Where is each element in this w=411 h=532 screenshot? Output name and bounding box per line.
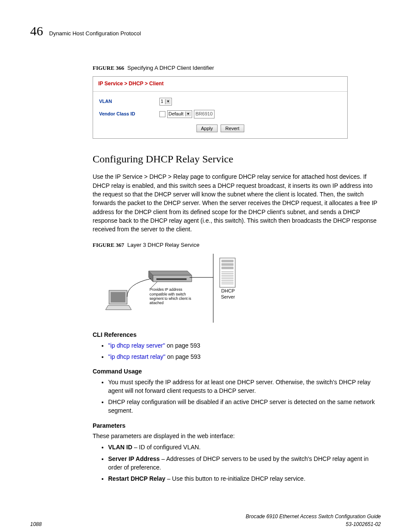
list-item: Server IP Address – Addresses of DHCP se…	[108, 454, 381, 472]
page-footer: 1088 Brocade 6910 Ethernet Access Switch…	[30, 513, 381, 528]
server-label: DHCP Server	[221, 288, 235, 299]
command-usage-heading: Command Usage	[93, 367, 381, 376]
cli-references-heading: CLI References	[93, 330, 381, 339]
svg-rect-8	[220, 258, 235, 287]
figure-366-caption: FIGURE 366 Specifying A DHCP Client Iden…	[93, 64, 381, 72]
list-item: You must specify the IP address for at l…	[108, 378, 381, 395]
parameters-heading: Parameters	[93, 421, 381, 430]
revert-button[interactable]: Revert	[221, 124, 244, 132]
svg-marker-7	[106, 305, 131, 310]
svg-rect-9	[221, 260, 234, 262]
figure-label: FIGURE 367	[93, 242, 124, 248]
svg-rect-4	[156, 278, 187, 280]
apply-button[interactable]: Apply	[196, 124, 218, 132]
vendor-type-dropdown[interactable]: Default ▼	[167, 110, 192, 118]
chapter-title: Dynamic Host Configuration Protocol	[49, 30, 141, 38]
figure-label: FIGURE 366	[93, 65, 124, 71]
vendor-text-input[interactable]: BR6910	[194, 110, 215, 118]
vendor-class-label: Vendor Class ID	[99, 111, 159, 118]
figure-caption-text: Specifying A DHCP Client Identifier	[128, 65, 214, 71]
cli-link[interactable]: "ip dhcp relay server"	[108, 342, 165, 349]
list-item: VLAN ID – ID of configured VLAN.	[108, 443, 381, 451]
diagram-annotation: Provides IP address compatible with swit…	[149, 287, 195, 305]
svg-rect-11	[221, 267, 234, 269]
svg-rect-10	[221, 263, 234, 266]
cli-link[interactable]: "ip dhcp restart relay"	[108, 353, 165, 360]
intro-paragraph: Use the IP Service > DHCP > Relay page t…	[93, 172, 381, 233]
footer-doc-id: 53-1002651-02	[246, 521, 381, 528]
chevron-down-icon: ▼	[165, 99, 171, 104]
vlan-dropdown[interactable]: 1 ▼	[159, 98, 172, 106]
parameters-list: VLAN ID – ID of configured VLAN. Server …	[93, 443, 381, 483]
list-item: "ip dhcp restart relay" on page 593	[108, 352, 381, 361]
breadcrumb: IP Service > DHCP > Client	[93, 77, 347, 91]
figure-caption-text: Layer 3 DHCP Relay Service	[128, 242, 199, 248]
footer-doc-title: Brocade 6910 Ethernet Access Switch Conf…	[246, 513, 381, 520]
list-item: Restart DHCP Relay – Use this button to …	[108, 474, 381, 483]
vendor-checkbox[interactable]	[159, 111, 165, 117]
vlan-label: VLAN	[99, 98, 159, 105]
chapter-number: 46	[30, 22, 43, 40]
vlan-row: VLAN 1 ▼	[99, 98, 341, 106]
server-icon	[220, 258, 235, 287]
figure-367-caption: FIGURE 367 Layer 3 DHCP Relay Service	[93, 241, 381, 249]
relay-diagram: Provides IP address compatible with swit…	[101, 254, 235, 323]
svg-marker-1	[149, 271, 192, 275]
page-header: 46 Dynamic Host Configuration Protocol	[30, 22, 381, 40]
footer-page-number: 1088	[30, 521, 42, 528]
switch-icon	[149, 271, 192, 282]
list-item: "ip dhcp relay server" on page 593	[108, 341, 381, 350]
svg-rect-6	[111, 292, 125, 302]
parameters-intro: These parameters are displayed in the we…	[93, 432, 381, 440]
command-usage-list: You must specify the IP address for at l…	[93, 378, 381, 415]
chevron-down-icon: ▼	[185, 112, 191, 117]
cli-references-list: "ip dhcp relay server" on page 593 "ip d…	[93, 341, 381, 361]
dhcp-client-screenshot: IP Service > DHCP > Client VLAN 1 ▼ Vend…	[93, 76, 348, 138]
list-item: DHCP relay configuration will be disable…	[108, 398, 381, 415]
vendor-class-row: Vendor Class ID Default ▼ BR6910	[99, 110, 341, 118]
section-heading: Configuring DHCP Relay Service	[93, 152, 381, 167]
